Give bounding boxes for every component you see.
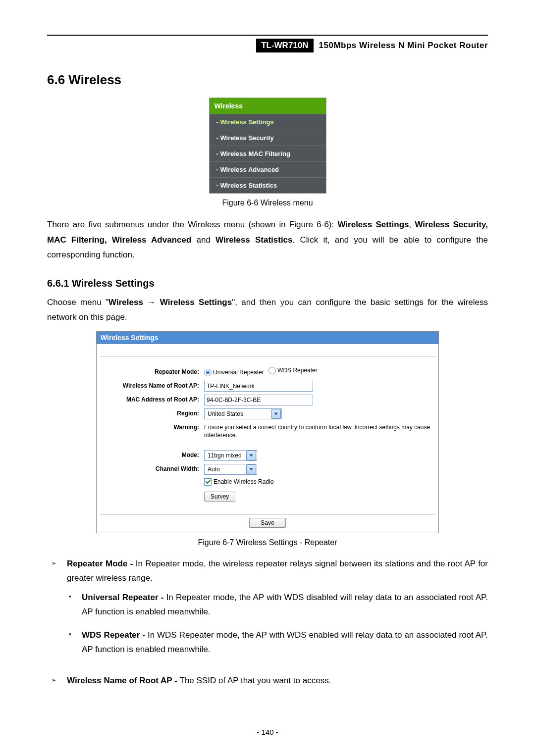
label-wireless-name-root: Wireless Name of Root AP: (103, 381, 204, 389)
intro-paragraph: There are five submenus under the Wirele… (47, 217, 488, 263)
label-mac-root: MAC Address of Root AP: (103, 395, 204, 403)
page-number: - 140 - (0, 728, 535, 736)
input-mac-root[interactable] (204, 395, 313, 405)
select-region[interactable]: United States (204, 408, 282, 419)
list-item: Universal Repeater - In Repeater mode, t… (67, 591, 488, 628)
select-channel-width[interactable]: Auto (204, 464, 257, 475)
chevron-down-icon (246, 464, 256, 474)
list-item: Repeater Mode - In Repeater mode, the wi… (47, 557, 488, 673)
figure-caption-menu: Figure 6-6 Wireless menu (47, 199, 488, 207)
warning-text: Ensure you select a correct country to c… (204, 422, 432, 439)
list-item: Wireless Name of Root AP - The SSID of A… (47, 674, 488, 696)
menu-header[interactable]: Wireless (210, 98, 326, 114)
wireless-menu-figure: Wireless - Wireless Settings - Wireless … (209, 98, 326, 194)
menu-item-wireless-mac-filtering[interactable]: - Wireless MAC Filtering (210, 146, 326, 161)
menu-item-wireless-statistics[interactable]: - Wireless Statistics (210, 177, 326, 193)
select-mode[interactable]: 11bgn mixed (204, 450, 257, 461)
figure-caption-panel: Figure 6-7 Wireless Settings - Repeater (47, 538, 488, 547)
chevron-down-icon (246, 451, 256, 460)
checkbox-enable-wireless-radio[interactable]: Enable Wireless Radio (204, 478, 273, 486)
definition-list: Repeater Mode - In Repeater mode, the wi… (47, 557, 488, 696)
menu-item-wireless-advanced[interactable]: - Wireless Advanced (210, 161, 326, 177)
label-mode: Mode: (103, 450, 204, 458)
menu-item-wireless-security[interactable]: - Wireless Security (210, 130, 326, 146)
product-desc: 150Mbps Wireless N Mini Pocket Router (319, 41, 488, 50)
model-badge: TL-WR710N (256, 39, 313, 52)
input-wireless-name-root[interactable] (204, 381, 313, 392)
label-region: Region: (103, 408, 204, 417)
save-button[interactable]: Save (249, 518, 285, 528)
menu-item-wireless-settings[interactable]: - Wireless Settings (210, 114, 326, 130)
chevron-down-icon (271, 409, 281, 419)
radio-universal-repeater[interactable]: Universal Repeater (204, 369, 264, 376)
list-item: WDS Repeater - In WDS Repeater mode, the… (67, 628, 488, 666)
subsection-title: 6.6.1 Wireless Settings (47, 278, 488, 289)
wireless-settings-panel: Wireless Settings Repeater Mode: Univers… (96, 331, 439, 533)
radio-wds-repeater[interactable]: WDS Repeater (268, 367, 318, 374)
doc-header: TL-WR710N 150Mbps Wireless N Mini Pocket… (47, 39, 488, 52)
label-repeater-mode: Repeater Mode: (103, 367, 204, 375)
arrow-icon: → (143, 298, 160, 307)
section-title: 6.6 Wireless (47, 72, 488, 88)
label-warning: Warning: (103, 422, 204, 431)
survey-button[interactable]: Survey (204, 492, 235, 502)
panel-title: Wireless Settings (97, 332, 438, 344)
label-channel-width: Channel Width: (103, 464, 204, 472)
subsection-intro: Choose menu "Wireless → Wireless Setting… (47, 295, 488, 325)
